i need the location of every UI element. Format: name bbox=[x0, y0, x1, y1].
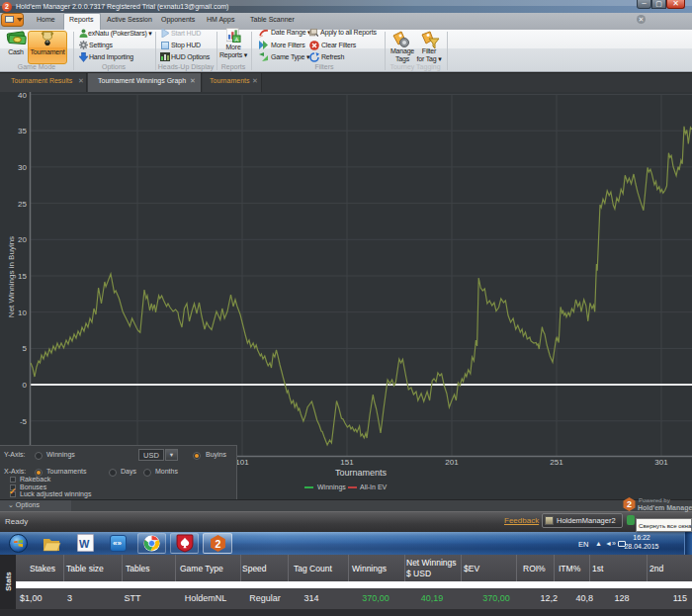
svg-text:A: A bbox=[234, 37, 238, 43]
svg-text:2: 2 bbox=[216, 538, 221, 550]
svg-text:2: 2 bbox=[627, 499, 632, 509]
